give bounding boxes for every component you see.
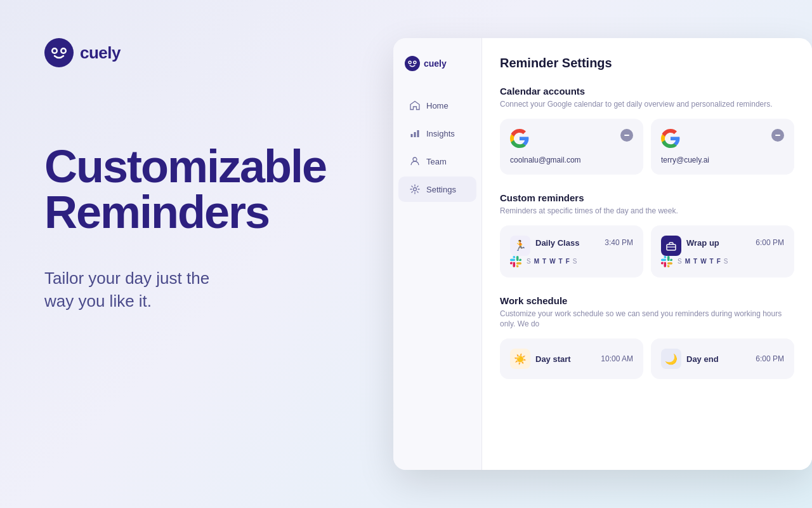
days-indicator-1: S M T W T F S: [527, 258, 577, 265]
sidebar-item-home[interactable]: Home: [398, 93, 476, 118]
home-icon: [410, 100, 420, 110]
calendar-cards-row: coolnalu@gmail.com terry@cuely.ai: [500, 119, 794, 175]
marketing-section: cuely CustomizableReminders Tailor your …: [0, 0, 406, 508]
svg-point-5: [405, 56, 420, 71]
schedule-cards-row: ☀️ Day start 10:00 AM 🌙 Day end 6:00 PM: [500, 338, 794, 379]
svg-point-3: [53, 50, 56, 53]
schedule-name-time-start: Day start 10:00 AM: [535, 354, 633, 364]
calendar-section: Calendar accounts Connect your Google ca…: [500, 86, 794, 175]
remove-account-1-btn[interactable]: [620, 129, 633, 142]
reminder-name-time-2: Wrap up 6:00 PM: [686, 238, 784, 248]
sidebar-label-home: Home: [426, 101, 449, 110]
main-content-area: Reminder Settings Calendar accounts Conn…: [482, 38, 812, 470]
reminder-name-2: Wrap up: [686, 238, 719, 248]
app-mockup: cuely Home Insights: [393, 38, 812, 470]
schedule-name-end: Day end: [686, 354, 719, 364]
app-sidebar: cuely Home Insights: [393, 38, 482, 470]
sidebar-item-settings[interactable]: Settings: [398, 177, 476, 202]
schedule-card-day-start[interactable]: ☀️ Day start 10:00 AM: [500, 338, 643, 379]
reminder-days-2: S M T W T F S: [661, 256, 784, 267]
main-logo-text: cuely: [80, 43, 121, 63]
svg-point-0: [44, 38, 74, 67]
svg-point-13: [413, 157, 417, 161]
svg-point-4: [62, 50, 65, 53]
reminder-time-1: 3:40 PM: [605, 238, 633, 247]
reminder-days-1: S M T W T F S: [510, 256, 633, 267]
calendar-email-2: terry@cuely.ai: [661, 156, 784, 164]
insights-icon: [410, 128, 420, 138]
work-schedule-section: Work schedule Customize your work schedu…: [500, 295, 794, 380]
team-icon: [410, 156, 420, 166]
calendar-email-1: coolnalu@gmail.com: [510, 156, 633, 164]
schedule-card-day-end[interactable]: 🌙 Day end 6:00 PM: [651, 338, 794, 379]
reminder-card-1[interactable]: 🏃 Daily Class 3:40 PM: [500, 225, 643, 277]
calendar-account-card-1: coolnalu@gmail.com: [500, 119, 643, 175]
calendar-section-title: Calendar accounts: [500, 86, 794, 97]
sidebar-label-insights: Insights: [426, 129, 455, 138]
moon-icon-box: 🌙: [661, 349, 681, 369]
schedule-name-start: Day start: [535, 354, 571, 364]
reminders-section-desc: Reminders at specific times of the day a…: [500, 206, 794, 217]
schedule-time-start: 10:00 AM: [601, 354, 633, 363]
google-icon-2: [661, 129, 680, 148]
briefcase-icon: [665, 240, 677, 251]
sidebar-label-team: Team: [426, 157, 447, 166]
svg-rect-10: [411, 134, 413, 137]
remove-account-2-btn[interactable]: [771, 129, 784, 142]
sidebar-label-settings: Settings: [426, 185, 456, 194]
reminder-name-1: Daily Class: [535, 238, 579, 248]
settings-icon: [410, 184, 420, 194]
reminder-time-2: 6:00 PM: [756, 238, 784, 247]
sidebar-logo-icon: [405, 56, 420, 71]
sidebar-logo-text: cuely: [424, 58, 447, 69]
reminders-section-title: Custom reminders: [500, 192, 794, 203]
main-headline: CustomizableReminders: [44, 144, 362, 235]
schedule-top-day-end: 🌙 Day end 6:00 PM: [661, 349, 784, 369]
svg-rect-11: [414, 132, 416, 137]
days-indicator-2: S M T W T F S: [678, 258, 728, 265]
page-title: Reminder Settings: [500, 56, 794, 70]
schedule-name-time-end: Day end 6:00 PM: [686, 354, 784, 364]
reminder-top-2: Wrap up 6:00 PM: [661, 236, 784, 256]
sidebar-logo: cuely: [393, 56, 481, 71]
schedule-section-desc: Customize your work schedule so we can s…: [500, 309, 794, 330]
reminder-icon-wrap-up: [661, 236, 681, 256]
svg-point-9: [414, 62, 416, 64]
reminders-cards-row: 🏃 Daily Class 3:40 PM: [500, 225, 794, 277]
cuely-logo-icon: [44, 38, 74, 67]
slack-icon-1: [510, 256, 521, 267]
reminder-name-time-1: Daily Class 3:40 PM: [535, 238, 633, 248]
main-subheadline: Tailor your day just theway you like it.: [44, 267, 362, 313]
svg-rect-12: [417, 130, 419, 137]
reminder-card-2[interactable]: Wrap up 6:00 PM: [651, 225, 794, 277]
reminder-icon-daily-class: 🏃: [510, 236, 530, 256]
reminder-top-1: 🏃 Daily Class 3:40 PM: [510, 236, 633, 256]
sidebar-item-insights[interactable]: Insights: [398, 121, 476, 146]
schedule-time-end: 6:00 PM: [756, 354, 784, 363]
schedule-top-day-start: ☀️ Day start 10:00 AM: [510, 349, 633, 369]
cal-card-top-1: [510, 129, 633, 148]
calendar-account-card-2: terry@cuely.ai: [651, 119, 794, 175]
cal-card-top-2: [661, 129, 784, 148]
slack-icon-2: [661, 256, 672, 267]
main-logo: cuely: [44, 38, 362, 67]
sidebar-item-team[interactable]: Team: [398, 149, 476, 174]
reminders-section: Custom reminders Reminders at specific t…: [500, 192, 794, 277]
calendar-section-desc: Connect your Google calendar to get dail…: [500, 99, 794, 110]
google-icon-1: [510, 129, 529, 148]
sun-icon-box: ☀️: [510, 349, 530, 369]
svg-point-14: [414, 188, 417, 191]
schedule-section-title: Work schedule: [500, 295, 794, 306]
svg-point-8: [409, 62, 411, 64]
